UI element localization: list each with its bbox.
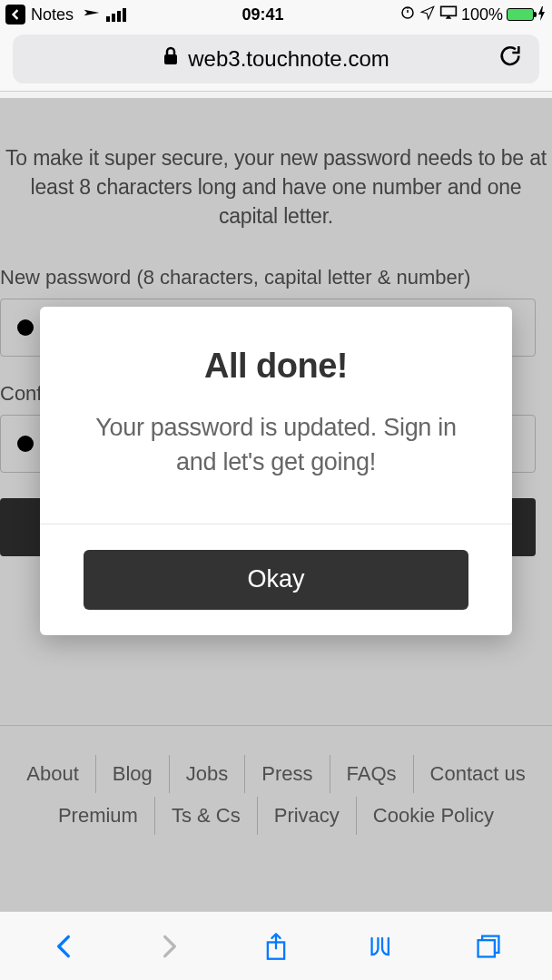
browser-toolbar [0,911,552,980]
location-icon [419,5,436,25]
airplay-icon [439,5,458,25]
url-bar[interactable]: web3.touchnote.com [13,34,539,83]
signal-icon [106,7,126,22]
rotation-lock-icon [399,5,416,25]
bookmarks-button[interactable] [362,926,402,966]
status-right: 100% [399,5,547,25]
success-modal: All done! Your password is updated. Sign… [40,307,512,635]
back-to-app-label[interactable]: Notes [31,5,74,24]
modal-title: All done! [40,307,512,411]
status-time: 09:41 [242,5,283,24]
svg-rect-1 [441,6,457,15]
share-button[interactable] [256,926,296,966]
back-to-app-icon[interactable] [5,5,25,24]
svg-rect-5 [478,940,494,956]
forward-button [150,926,190,966]
status-bar: Notes 09:41 100% [0,0,552,29]
modal-body: Your password is updated. Sign in and le… [40,411,512,524]
battery-icon [507,8,534,21]
modal-actions: Okay [40,524,512,635]
lock-icon [163,46,179,72]
url-bar-container: web3.touchnote.com [0,29,552,92]
tabs-button[interactable] [468,926,508,966]
airplane-icon [83,4,101,26]
battery-pct: 100% [461,5,503,24]
url-text: web3.touchnote.com [188,46,389,72]
reload-icon[interactable] [498,44,523,75]
status-left: Notes [5,4,126,26]
okay-button[interactable]: Okay [84,550,468,610]
svg-rect-2 [164,54,177,64]
charging-icon [537,6,547,24]
back-button[interactable] [44,926,84,966]
